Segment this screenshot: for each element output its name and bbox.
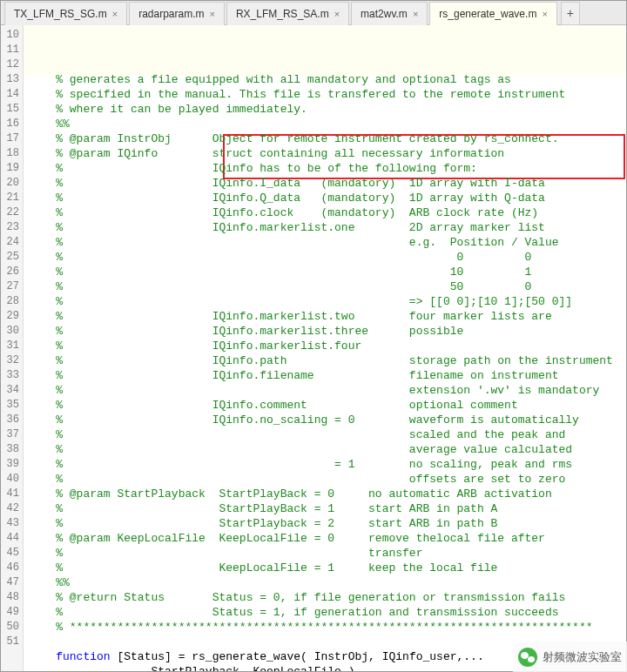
code-line: % @return Status Status = 0, if file gen… [29, 590, 626, 605]
line-number: 32 [1, 353, 19, 368]
line-number: 29 [1, 309, 19, 324]
code-line: % IQinfo.filename filename on instrument [29, 368, 626, 383]
tab-TX_LFM_RS_SG-m[interactable]: TX_LFM_RS_SG.m× [4, 2, 127, 25]
code-line: % @param InstrObj Object for remote inst… [29, 131, 626, 146]
line-number: 47 [1, 575, 19, 590]
code-line: % IQinfo.I_data (mandatory) 1D array wit… [29, 176, 626, 191]
line-number: 41 [1, 487, 19, 501]
code-line: % extension '.wv' is mandatory [29, 383, 626, 398]
close-icon[interactable]: × [210, 9, 215, 19]
highlight-band [24, 25, 626, 76]
code-line: % @param KeepLocalFile KeepLocalFile = 0… [29, 531, 626, 546]
code-line: % IQinfo.markerlist.one 2D array marker … [29, 220, 626, 235]
line-number: 45 [1, 546, 19, 561]
code-line: % e.g. Position / Value [29, 235, 626, 250]
line-number: 38 [1, 442, 19, 457]
line-number: 20 [1, 176, 19, 191]
code-line: % IQinfo.comment optional comment [29, 398, 626, 413]
line-number: 24 [1, 235, 19, 250]
code-line: % IQinfo has to be of the following form… [29, 161, 626, 176]
line-number: 36 [1, 413, 19, 427]
code-line: % @param StartPlayback StartPlayBack = 0… [29, 487, 626, 501]
line-number: 30 [1, 324, 19, 339]
line-number: 21 [1, 191, 19, 205]
line-number: 34 [1, 383, 19, 398]
code-line: % Status = 1, if generation and transmis… [29, 605, 626, 620]
code-line: % IQinfo.no_scaling = 0 waveform is auto… [29, 413, 626, 427]
code-line: StartPlayback, KeepLocalFile ) [29, 664, 626, 671]
line-number: 35 [1, 398, 19, 413]
code-line: %% [29, 575, 626, 590]
line-number: 26 [1, 265, 19, 279]
code-line: % 50 0 [29, 279, 626, 294]
line-number: 10 [1, 28, 19, 43]
code-line: % IQinfo.Q_data (mandatory) 1D array wit… [29, 191, 626, 205]
tab-mat2wv-m[interactable]: mat2wv.m× [351, 2, 428, 25]
line-number: 27 [1, 279, 19, 294]
tab-radarparam-m[interactable]: radarparam.m× [129, 2, 225, 25]
line-number: 49 [1, 605, 19, 620]
code-line: % 0 0 [29, 250, 626, 265]
line-number: 44 [1, 531, 19, 546]
code-line: % KeepLocalFile = 1 keep the local file [29, 561, 626, 575]
line-number: 31 [1, 339, 19, 353]
line-number: 39 [1, 457, 19, 472]
close-icon[interactable]: × [542, 9, 547, 19]
keyword-function: function [56, 650, 110, 663]
code-line: % IQinfo.path storage path on the instru… [29, 353, 626, 368]
tab-RX_LFM_RS_SA-m[interactable]: RX_LFM_RS_SA.m× [226, 2, 349, 25]
line-number: 40 [1, 472, 19, 487]
code-line: % **************************************… [29, 620, 626, 635]
tab-bar: TX_LFM_RS_SG.m×radarparam.m×RX_LFM_RS_SA… [1, 1, 626, 25]
line-gutter: 1011121314151617181920212223242526272829… [1, 25, 24, 671]
line-number: 15 [1, 102, 19, 117]
line-number: 11 [1, 43, 19, 57]
add-tab-button[interactable]: + [561, 2, 580, 25]
code-line: % 10 1 [29, 265, 626, 279]
close-icon[interactable]: × [112, 9, 118, 19]
code-line: % where it can be played immediately. [29, 102, 626, 117]
code-line [29, 635, 626, 649]
line-number: 18 [1, 146, 19, 161]
code-line: % scaled and the peak and [29, 427, 626, 442]
line-number: 16 [1, 117, 19, 131]
code-line: % = 1 no scaling, peak and rms [29, 457, 626, 472]
line-number: 22 [1, 205, 19, 220]
tab-rs_generate_wave-m[interactable]: rs_generate_wave.m× [429, 2, 557, 25]
line-number: 28 [1, 294, 19, 309]
code-line: % offsets are set to zero [29, 472, 626, 487]
line-number: 19 [1, 161, 19, 176]
code-line: % transfer [29, 546, 626, 561]
line-number: 33 [1, 368, 19, 383]
line-number: 46 [1, 561, 19, 575]
code-line: % StartPlayback = 2 start ARB in path B [29, 516, 626, 531]
line-number: 17 [1, 131, 19, 146]
line-number: 25 [1, 250, 19, 265]
code-content: % generates a file equipped with all man… [29, 72, 626, 671]
code-line: % generates a file equipped with all man… [29, 72, 626, 87]
code-line: % IQinfo.markerlist.four [29, 339, 626, 353]
code-line: % StartPlayBack = 1 start ARB in path A [29, 501, 626, 516]
code-line: % specified in the manual. This file is … [29, 87, 626, 102]
code-line: % IQinfo.clock (mandatory) ARB clock rat… [29, 205, 626, 220]
code-pane[interactable]: % generates a file equipped with all man… [24, 25, 626, 671]
code-line: % => [[0 0];[10 1];[50 0]] [29, 294, 626, 309]
code-line: % @param IQinfo struct containing all ne… [29, 146, 626, 161]
line-number: 37 [1, 427, 19, 442]
line-number: 23 [1, 220, 19, 235]
close-icon[interactable]: × [334, 9, 340, 19]
code-line: function [Status] = rs_generate_wave( In… [29, 649, 626, 664]
code-line: % IQinfo.markerlist.two four marker list… [29, 309, 626, 324]
line-number: 48 [1, 590, 19, 605]
line-number: 50 [1, 620, 19, 635]
code-area: 1011121314151617181920212223242526272829… [1, 25, 626, 671]
editor-container: TX_LFM_RS_SG.m×radarparam.m×RX_LFM_RS_SA… [0, 0, 627, 672]
code-line: %% [29, 117, 626, 131]
line-number: 12 [1, 57, 19, 72]
line-number: 51 [1, 635, 19, 649]
close-icon[interactable]: × [413, 9, 418, 19]
line-number: 14 [1, 87, 19, 102]
line-number: 43 [1, 516, 19, 531]
code-line: % IQinfo.markerlist.three possible [29, 324, 626, 339]
code-line: % average value calculated [29, 442, 626, 457]
